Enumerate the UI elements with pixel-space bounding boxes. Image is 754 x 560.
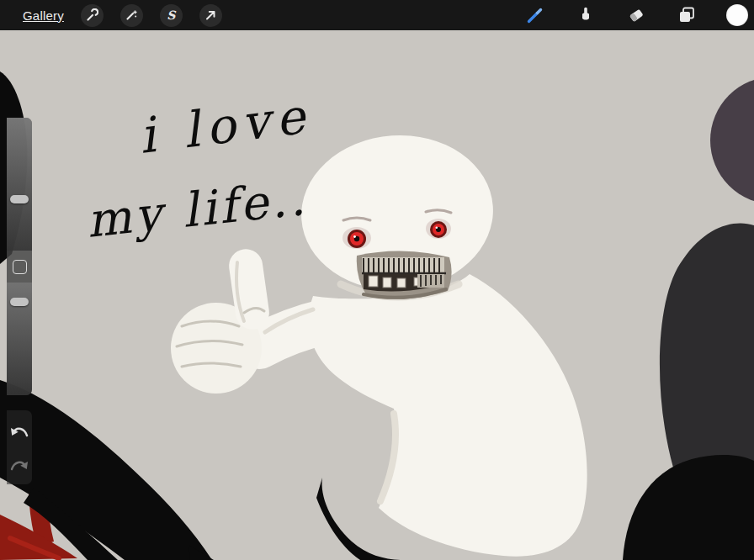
magic-wand-icon [125, 8, 138, 22]
paintbrush-icon [525, 5, 545, 25]
undo-button[interactable] [7, 414, 32, 447]
app-root: { "toolbar": { "gallery_label": "Gallery… [0, 0, 754, 560]
eraser-icon [626, 5, 646, 25]
wrench-icon [85, 8, 98, 22]
transform-button[interactable] [199, 4, 222, 27]
smudge-button[interactable] [575, 4, 597, 26]
sidebar-undo-redo [7, 410, 32, 484]
selection-s-icon: S [167, 9, 175, 21]
actions-button[interactable] [81, 4, 104, 27]
redo-button[interactable] [7, 447, 32, 481]
eraser-button[interactable] [625, 4, 647, 26]
smudge-finger-icon [576, 5, 596, 25]
layers-icon [677, 5, 697, 25]
gallery-link[interactable]: Gallery [23, 8, 64, 23]
brush-size-slider-handle[interactable] [10, 195, 29, 203]
paint-brush-button[interactable] [524, 4, 546, 26]
color-swatch[interactable] [726, 4, 748, 26]
selection-button[interactable]: S [160, 4, 183, 27]
sidebar-sliders [7, 118, 32, 395]
paint-tools-group [524, 4, 748, 26]
undo-arrow-icon [7, 414, 32, 447]
drawing-canvas[interactable]: i love my life.. [0, 0, 754, 560]
top-toolbar: Gallery S [0, 0, 754, 30]
arrow-cursor-icon [204, 8, 217, 22]
redo-arrow-icon [7, 447, 32, 481]
layers-button[interactable] [676, 4, 698, 26]
modify-button[interactable] [13, 260, 27, 274]
brush-size-slider[interactable] [7, 118, 32, 251]
opacity-slider-handle[interactable] [10, 298, 29, 306]
adjustments-button[interactable] [120, 4, 143, 27]
